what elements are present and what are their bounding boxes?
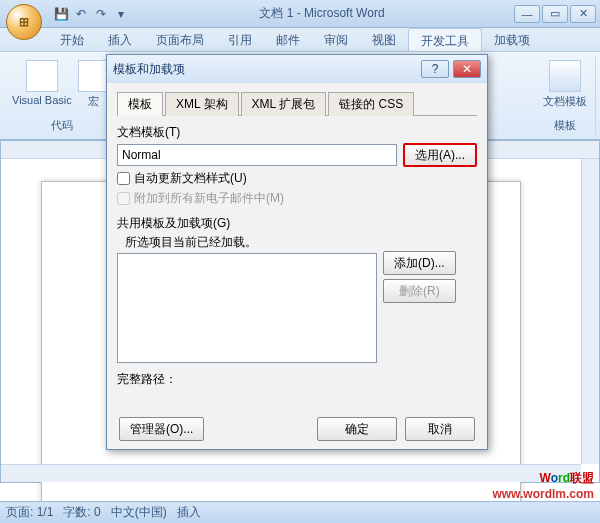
attach-email-check-input	[117, 192, 130, 205]
remove-addin-button: 删除(R)	[383, 279, 456, 303]
quick-access-toolbar: 💾 ↶ ↷ ▾	[52, 5, 130, 23]
wm-w: W	[540, 471, 551, 485]
tab-references[interactable]: 引用	[216, 28, 264, 51]
save-icon[interactable]: 💾	[52, 5, 70, 23]
vertical-scrollbar[interactable]	[581, 159, 599, 464]
tab-developer[interactable]: 开发工具	[408, 28, 482, 51]
dialog-close-button[interactable]: ✕	[453, 60, 481, 78]
ribbon-group-code: Visual Basic 宏 代码	[4, 56, 121, 135]
doc-template-label: 文档模板	[543, 94, 587, 109]
tab-mail[interactable]: 邮件	[264, 28, 312, 51]
add-addin-button[interactable]: 添加(D)...	[383, 251, 456, 275]
dialog-tabs: 模板 XML 架构 XML 扩展包 链接的 CSS	[117, 91, 477, 116]
status-bar: 页面: 1/1 字数: 0 中文(中国) 插入	[0, 501, 600, 523]
close-button[interactable]: ✕	[570, 5, 596, 23]
window-title: 文档 1 - Microsoft Word	[130, 5, 514, 22]
tab-layout[interactable]: 页面布局	[144, 28, 216, 51]
dlg-tab-template[interactable]: 模板	[117, 92, 163, 116]
maximize-button[interactable]: ▭	[542, 5, 568, 23]
status-lang[interactable]: 中文(中国)	[111, 504, 167, 521]
status-words[interactable]: 字数: 0	[63, 504, 100, 521]
group-template-label: 模板	[554, 118, 576, 133]
status-mode[interactable]: 插入	[177, 504, 201, 521]
doc-template-icon[interactable]	[549, 60, 581, 92]
office-button[interactable]: ⊞	[6, 4, 42, 40]
group-code-label: 代码	[51, 118, 73, 133]
wm-o: o	[551, 471, 558, 485]
cancel-button[interactable]: 取消	[405, 417, 475, 441]
auto-update-label: 自动更新文档样式(U)	[134, 170, 247, 187]
wm-rd: rd	[558, 471, 570, 485]
attach-email-label: 附加到所有新电子邮件中(M)	[134, 190, 284, 207]
doc-template-input[interactable]	[117, 144, 397, 166]
fullpath-label: 完整路径：	[117, 371, 477, 388]
undo-icon[interactable]: ↶	[72, 5, 90, 23]
redo-icon[interactable]: ↷	[92, 5, 110, 23]
dialog-title: 模板和加载项	[113, 61, 417, 78]
watermark: Word联盟 www.wordlm.com	[492, 470, 594, 501]
tab-view[interactable]: 视图	[360, 28, 408, 51]
minimize-button[interactable]: —	[514, 5, 540, 23]
ok-button[interactable]: 确定	[317, 417, 397, 441]
tab-addins[interactable]: 加载项	[482, 28, 542, 51]
addins-field-label: 共用模板及加载项(G)	[117, 215, 477, 232]
doc-template-field-label: 文档模板(T)	[117, 124, 477, 141]
templates-addins-dialog: 模板和加载项 ? ✕ 模板 XML 架构 XML 扩展包 链接的 CSS 文档模…	[106, 54, 488, 450]
dialog-help-button[interactable]: ?	[421, 60, 449, 78]
vb-label: Visual Basic	[12, 94, 72, 106]
manager-button[interactable]: 管理器(O)...	[119, 417, 204, 441]
status-page[interactable]: 页面: 1/1	[6, 504, 53, 521]
addins-note: 所选项目当前已经加载。	[125, 234, 477, 251]
ribbon-tabs: 开始 插入 页面布局 引用 邮件 审阅 视图 开发工具 加载项	[0, 28, 600, 52]
auto-update-check-input[interactable]	[117, 172, 130, 185]
tab-review[interactable]: 审阅	[312, 28, 360, 51]
auto-update-checkbox[interactable]: 自动更新文档样式(U)	[117, 170, 477, 187]
wm-url: www.wordlm.com	[492, 487, 594, 501]
dlg-tab-xmlschema[interactable]: XML 架构	[165, 92, 239, 116]
title-bar: 💾 ↶ ↷ ▾ 文档 1 - Microsoft Word — ▭ ✕	[0, 0, 600, 28]
select-template-button[interactable]: 选用(A)...	[403, 143, 477, 167]
dialog-titlebar: 模板和加载项 ? ✕	[107, 55, 487, 83]
tab-home[interactable]: 开始	[48, 28, 96, 51]
vb-icon[interactable]	[26, 60, 58, 92]
qat-more-icon[interactable]: ▾	[112, 5, 130, 23]
addins-listbox[interactable]	[117, 253, 377, 363]
tab-insert[interactable]: 插入	[96, 28, 144, 51]
ribbon-group-templates: 文档模板 模板	[535, 56, 596, 135]
dlg-tab-xmlexp[interactable]: XML 扩展包	[241, 92, 327, 116]
wm-cn: 联盟	[570, 471, 594, 485]
dlg-tab-css[interactable]: 链接的 CSS	[328, 92, 414, 116]
attach-email-checkbox: 附加到所有新电子邮件中(M)	[117, 190, 477, 207]
macro-icon[interactable]	[78, 60, 110, 92]
macro-label: 宏	[88, 94, 99, 109]
